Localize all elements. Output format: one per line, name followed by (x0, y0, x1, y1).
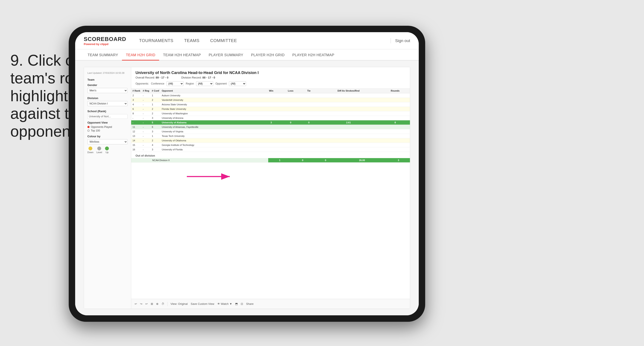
td-tie (301, 107, 316, 111)
tab-player-h2h-grid[interactable]: PLAYER H2H GRID (247, 50, 288, 60)
td-diff (316, 107, 380, 111)
table-row[interactable]: 14-2University of Oklahoma (131, 138, 410, 143)
th-win: Win (262, 88, 280, 93)
td-tie (301, 111, 316, 116)
td-tie (301, 102, 316, 107)
td-rank: 8 (131, 111, 142, 116)
table-row[interactable]: --3University of Arizona (131, 116, 410, 120)
ood-diff: 26.00 (337, 158, 387, 163)
opponent-filter-select[interactable]: (All) (229, 81, 246, 86)
table-row[interactable]: 11-6University of Arkansas, Fayetteville (131, 125, 410, 129)
td-rank: 12 (131, 129, 142, 134)
undo-button[interactable]: ↩ (135, 302, 137, 306)
td-rounds (380, 143, 410, 147)
table-row[interactable]: 15-4Georgia Institute of Technology (131, 143, 410, 147)
grid-button[interactable]: ⊞ (151, 302, 153, 306)
td-reg: - (142, 111, 150, 116)
nav-committee[interactable]: COMMITTEE (210, 36, 237, 45)
td-rounds: 8 (380, 120, 410, 125)
td-opponent: University of Washington (160, 111, 262, 116)
td-reg: - (142, 147, 150, 152)
table-row[interactable]: 4-1Arizona State University (131, 102, 410, 107)
panel: Last Updated: 27/03/2024 16:55:38 Team G… (84, 67, 410, 309)
td-tie (301, 134, 316, 138)
nav-teams[interactable]: TEAMS (184, 36, 199, 45)
share-icon-button[interactable]: ⊡ (241, 302, 243, 306)
td-tie (301, 93, 316, 98)
add-button[interactable]: ⊕ (156, 302, 158, 306)
opponents-label: Opponents: (136, 82, 149, 85)
division-select[interactable]: NCAA Division I (88, 101, 128, 106)
td-reg: - (142, 134, 150, 138)
td-loss (280, 107, 301, 111)
td-conf: 1 (150, 102, 160, 107)
timer-button[interactable]: ⏱ (162, 302, 164, 306)
td-win (262, 93, 280, 98)
tab-team-summary[interactable]: TEAM SUMMARY (84, 50, 122, 60)
radio-opponents-played[interactable]: Opponents Played (88, 125, 128, 128)
tab-player-h2h-heatmap[interactable]: PLAYER H2H HEATMAP (288, 50, 338, 60)
share-button[interactable]: Share (246, 302, 254, 306)
td-diff: 2.61 (316, 120, 380, 125)
view-original-button[interactable]: View: Original (170, 302, 188, 306)
overall-record: Overall Record: 89 - 17 - 0 (136, 76, 168, 79)
app-header: SCOREBOARD Powered by clippd TOURNAMENTS… (75, 32, 419, 49)
td-rounds (380, 129, 410, 134)
td-rank: - (131, 120, 142, 125)
save-custom-view-button[interactable]: Save Custom View (191, 302, 214, 306)
td-conf: 2 (150, 138, 160, 143)
td-tie (301, 147, 316, 152)
td-conf: 2 (150, 98, 160, 102)
radio-top-100[interactable]: Top 100 (88, 129, 128, 132)
ood-rounds: 3 (387, 158, 410, 163)
sign-out-button[interactable]: Sign out (395, 38, 410, 43)
table-row[interactable]: 8-2University of Washington (131, 111, 410, 116)
team-label: Team (88, 78, 128, 81)
td-conf: 1 (150, 134, 160, 138)
nav-tournaments[interactable]: TOURNAMENTS (139, 36, 174, 45)
watch-button[interactable]: 👁 Watch ▼ (217, 302, 232, 306)
logo-area: SCOREBOARD Powered by clippd (84, 36, 126, 46)
table-row[interactable]: 3-2Vanderbilt University (131, 98, 410, 102)
table-row[interactable]: --5University of Alabama3002.618 (131, 120, 410, 125)
division-record: Division Record: 88 - 17 - 0 (181, 76, 215, 79)
td-diff (316, 129, 380, 134)
table-row[interactable]: 12-3University of Virginia (131, 129, 410, 134)
table-row[interactable]: 13-1Texas Tech University (131, 134, 410, 138)
ood-division: NCAA Division II (151, 158, 268, 163)
tab-player-summary[interactable]: PLAYER SUMMARY (205, 50, 247, 60)
td-rank: 3 (131, 98, 142, 102)
td-opponent: University of Florida (160, 147, 262, 152)
table-row[interactable]: 16-3University of Florida (131, 147, 410, 152)
out-of-division-row[interactable]: NCAA Division II 1 0 0 26.00 3 (131, 158, 410, 163)
ood-rank (131, 158, 139, 163)
td-win (262, 134, 280, 138)
td-loss (280, 138, 301, 143)
region-filter-select[interactable]: (All) (196, 81, 213, 86)
colour-by-select[interactable]: Win/loss (88, 139, 128, 144)
logo-scoreboard: SCOREBOARD (84, 36, 126, 42)
layout-button[interactable]: ⬒ (235, 302, 238, 306)
td-reg: - (142, 102, 150, 107)
table-row[interactable]: 2-1Auburn University (131, 93, 410, 98)
ood-win: 1 (268, 158, 291, 163)
th-diff: Diff Av Strokes/Rnd (316, 88, 380, 93)
tab-team-h2h-grid[interactable]: TEAM H2H GRID (122, 50, 159, 60)
tab-team-h2h-heatmap[interactable]: TEAM H2H HEATMAP (159, 50, 205, 60)
td-loss: 0 (280, 120, 301, 125)
gender-select[interactable]: Men's (88, 88, 128, 93)
redo-button[interactable]: ↪ (140, 302, 142, 306)
td-diff (316, 111, 380, 116)
td-conf: 6 (150, 125, 160, 129)
td-diff (316, 102, 380, 107)
table-row[interactable]: 6-2Florida State University (131, 107, 410, 111)
level-icon (97, 146, 101, 150)
legend-up: Up (105, 146, 109, 154)
up-icon (105, 146, 109, 150)
ood-loss: 0 (291, 158, 314, 163)
td-rank: 13 (131, 134, 142, 138)
th-reg: # Reg (142, 88, 150, 93)
back-button[interactable]: ↩ (146, 302, 148, 306)
conference-filter-select[interactable]: (All) (166, 81, 184, 86)
sidebar: Last Updated: 27/03/2024 16:55:38 Team G… (84, 67, 131, 309)
